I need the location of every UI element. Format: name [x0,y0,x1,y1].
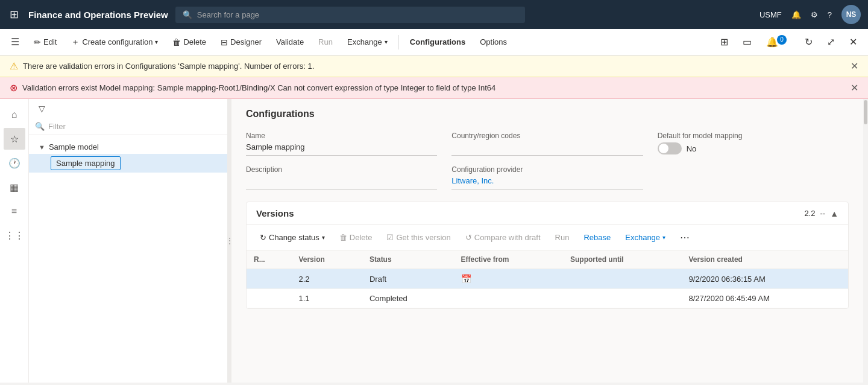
search-input[interactable] [197,10,518,19]
delete-button[interactable]: 🗑 Delete [166,34,212,51]
versions-exchange-button[interactable]: Exchange ▾ [619,230,671,245]
default-label: Default for model mapping [658,132,849,140]
detail-form-grid: Name Sample mapping Country/region codes… [246,132,849,189]
notification-icon[interactable]: 🔔 [791,10,801,19]
close-icon[interactable]: ✕ [843,33,863,51]
error-icon: ⊗ [10,82,17,94]
versions-header: Versions 2.2 -- ▲ [247,202,848,225]
warning-close-button[interactable]: ✕ [851,60,858,72]
exchange-button[interactable]: Exchange ▾ [341,34,394,50]
versions-delete-button[interactable]: 🗑 Delete [333,230,379,245]
star-icon[interactable]: ☆ [4,128,25,150]
country-field: Country/region codes [451,132,643,156]
calendar-icon[interactable]: ▦ [4,176,25,198]
versions-title: Versions [256,208,294,218]
top-nav-right: USMF 🔔 ⚙ ? NS [760,5,861,24]
cell-status: Draft [362,269,454,289]
versions-header-right: 2.2 -- ▲ [804,209,838,218]
avatar[interactable]: NS [841,5,861,24]
cell-r [247,289,291,308]
home-icon[interactable]: ⌂ [4,104,25,126]
right-scrollbar[interactable] [863,99,868,383]
cell-effective-from: 📅 [454,269,563,289]
versions-dash: -- [820,209,825,218]
detail-section-title: Configurations [246,109,849,119]
versions-delete-icon: 🗑 [339,233,347,242]
notification-badge-button[interactable]: 🔔 0 [760,33,796,51]
pinned-icon[interactable]: ⊞ [714,33,734,51]
provider-value[interactable]: Litware, Inc. [451,176,643,189]
cell-version: 2.2 [291,269,362,289]
expand-icon[interactable]: ⤢ [821,33,841,51]
rebase-button[interactable]: Rebase [577,230,617,245]
cell-r [247,269,291,289]
usmf-label[interactable]: USMF [760,10,782,19]
versions-more-button[interactable]: ⋯ [674,229,696,246]
calendar-cell-icon[interactable]: 📅 [461,274,471,284]
app-title: Finance and Operations Preview [28,10,168,20]
search-bar[interactable]: 🔍 [175,7,525,23]
compare-draft-button[interactable]: ↺ Compare with draft [459,230,547,245]
configurations-nav-button[interactable]: Configurations [404,34,471,50]
get-version-button[interactable]: ☑ Get this version [380,230,456,245]
refresh-icon[interactable]: ↻ [799,33,819,51]
tree-filter-input[interactable] [48,122,221,131]
versions-table-body: 2.2 Draft 📅 9/2/2020 06:36:15 AM 1.1 Com… [247,269,848,308]
cell-version: 1.1 [291,289,362,308]
provider-field: Configuration provider Litware, Inc. [451,165,643,189]
tree-child-box[interactable]: Sample mapping [51,156,121,170]
tree-child-item[interactable]: Sample mapping [29,154,227,173]
create-configuration-button[interactable]: ＋ Create configuration ▾ [65,33,164,51]
cell-version-created: 8/27/2020 06:45:49 AM [682,289,848,308]
versions-collapse-button[interactable]: ▲ [830,209,838,218]
col-status: Status [362,250,454,269]
versions-table: R... Version Status Effective from Suppo… [247,250,848,308]
default-toggle[interactable] [658,142,682,154]
description-field: Description [246,165,437,189]
panel-icon[interactable]: ▭ [737,33,758,51]
name-field: Name Sample mapping [246,132,437,156]
edit-icon: ✏ [34,37,41,47]
get-version-icon: ☑ [386,233,394,242]
designer-button[interactable]: ⊟ Designer [215,34,268,51]
cell-supported-until [563,289,682,308]
change-status-button[interactable]: ↻ Change status ▾ [254,230,331,245]
default-toggle-container: No [658,142,849,154]
clock-icon[interactable]: 🕐 [4,152,25,174]
help-icon[interactable]: ? [828,10,832,19]
col-version-created: Version created [682,250,848,269]
versions-run-button[interactable]: Run [549,230,576,245]
error-close-button[interactable]: ✕ [851,82,858,94]
settings-icon[interactable]: ⚙ [811,10,818,19]
toolbar-right-actions: ⊞ ▭ 🔔 0 ↻ ⤢ ✕ [714,33,863,51]
edit-button[interactable]: ✏ Edit [28,34,63,51]
versions-table-head: R... Version Status Effective from Suppo… [247,250,848,269]
tree-root-item[interactable]: ▼ Sample model [29,140,227,154]
cell-effective-from [454,289,563,308]
grid-nav-icon[interactable]: ⋮⋮ [4,224,25,246]
plus-icon: ＋ [71,37,80,48]
tree-toolbar: ▽ [29,99,227,118]
search-icon: 🔍 [183,10,192,19]
run-button[interactable]: Run [312,34,339,50]
hamburger-icon[interactable]: ☰ [5,33,25,51]
table-row[interactable]: 2.2 Draft 📅 9/2/2020 06:36:15 AM [247,269,848,289]
top-navigation: ⊞ Finance and Operations Preview 🔍 USMF … [0,0,868,29]
list-icon[interactable]: ≡ [4,200,25,222]
tree-panel: ▽ 🔍 ▼ Sample model Sample mapping [29,99,228,383]
options-nav-button[interactable]: Options [474,34,513,50]
provider-label: Configuration provider [451,165,643,174]
name-label: Name [246,132,437,140]
scrollbar-thumb[interactable] [864,100,867,124]
versions-toolbar: ↻ Change status ▾ 🗑 Delete ☑ Get this ve… [247,225,848,250]
col-r: R... [247,250,291,269]
table-row[interactable]: 1.1 Completed 8/27/2020 06:45:49 AM [247,289,848,308]
main-layout: ⌂ ☆ 🕐 ▦ ≡ ⋮⋮ ▽ 🔍 ▼ Sample model Sample m… [0,99,868,383]
compare-icon: ↺ [465,233,472,242]
grid-icon[interactable]: ⊞ [7,5,21,24]
cell-supported-until [563,269,682,289]
exchange-dropdown-icon: ▾ [662,234,665,241]
validate-button[interactable]: Validate [270,34,310,50]
filter-tree-button[interactable]: ▽ [34,101,50,116]
col-effective-from: Effective from [454,250,563,269]
